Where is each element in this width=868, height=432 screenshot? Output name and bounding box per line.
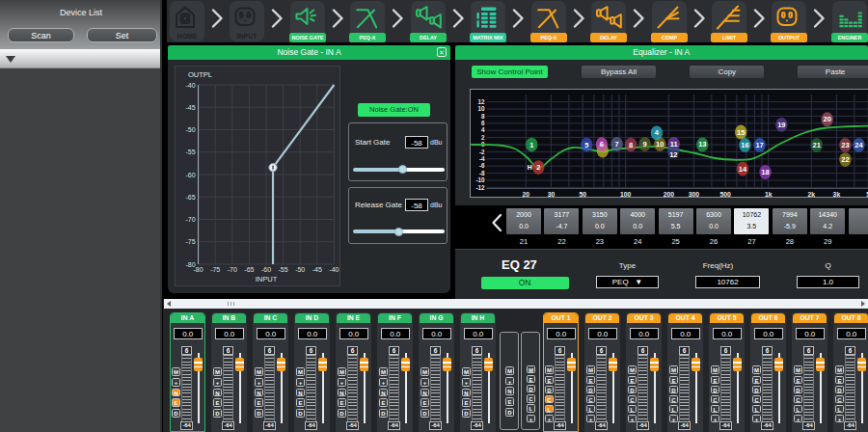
- svg-text:-60: -60: [185, 172, 195, 178]
- svg-text:-40: -40: [329, 266, 339, 273]
- svg-text:8: 8: [629, 141, 633, 149]
- svg-text:24: 24: [854, 141, 863, 149]
- svg-text:INPUT: INPUT: [256, 275, 278, 284]
- svg-text:-50: -50: [185, 126, 195, 133]
- svg-text:-60: -60: [261, 266, 271, 273]
- svg-text:-55: -55: [185, 148, 195, 155]
- svg-text:300: 300: [688, 191, 699, 198]
- svg-text:16: 16: [741, 141, 748, 149]
- svg-text:-6: -6: [479, 162, 485, 169]
- svg-text:4: 4: [481, 127, 485, 134]
- svg-text:500: 500: [719, 191, 731, 198]
- svg-text:20: 20: [823, 115, 830, 123]
- svg-text:-4: -4: [479, 155, 485, 162]
- svg-text:11: 11: [669, 140, 677, 148]
- svg-text:15: 15: [737, 128, 745, 137]
- svg-text:22: 22: [841, 155, 849, 164]
- svg-text:19: 19: [777, 121, 785, 129]
- svg-text:OUTPL: OUTPL: [188, 70, 212, 79]
- svg-text:-2: -2: [479, 148, 485, 155]
- svg-text:20: 20: [522, 191, 529, 198]
- svg-text:-8: -8: [479, 170, 485, 176]
- svg-text:17: 17: [755, 141, 763, 149]
- svg-text:2: 2: [536, 163, 540, 172]
- svg-text:-75: -75: [210, 266, 220, 273]
- svg-text:-12: -12: [475, 184, 485, 191]
- svg-text:5: 5: [584, 141, 588, 149]
- svg-text:H: H: [527, 164, 531, 171]
- svg-text:12: 12: [477, 98, 484, 105]
- svg-text:-70: -70: [185, 216, 195, 223]
- svg-text:8: 8: [481, 113, 485, 120]
- svg-text:13: 13: [698, 140, 706, 148]
- svg-text:-45: -45: [312, 266, 322, 273]
- svg-text:10: 10: [477, 105, 484, 112]
- svg-text:10: 10: [656, 140, 664, 148]
- svg-text:7: 7: [614, 140, 618, 148]
- svg-text:-55: -55: [279, 266, 288, 273]
- svg-text:14: 14: [739, 165, 747, 174]
- svg-text:3k: 3k: [832, 191, 840, 198]
- svg-text:-50: -50: [295, 266, 305, 273]
- svg-text:12: 12: [669, 150, 677, 159]
- svg-text:200: 200: [663, 191, 674, 198]
- svg-text:6: 6: [600, 140, 604, 148]
- svg-text:50: 50: [579, 191, 586, 198]
- svg-text:-70: -70: [228, 266, 237, 273]
- svg-text:-40: -40: [185, 82, 195, 89]
- svg-text:-80: -80: [194, 266, 203, 273]
- svg-text:2: 2: [481, 134, 485, 141]
- svg-text:2k: 2k: [807, 191, 815, 198]
- svg-text:1: 1: [529, 141, 533, 149]
- svg-text:23: 23: [841, 141, 849, 149]
- svg-text:-65: -65: [244, 266, 254, 273]
- svg-text:21: 21: [812, 141, 820, 149]
- svg-text:-65: -65: [185, 194, 195, 201]
- svg-text:9: 9: [642, 140, 646, 148]
- svg-text:18: 18: [761, 168, 769, 176]
- svg-text:-45: -45: [185, 104, 195, 111]
- svg-text:-10: -10: [475, 176, 485, 183]
- svg-text:6: 6: [481, 120, 485, 126]
- svg-text:100: 100: [620, 191, 632, 198]
- svg-text:-75: -75: [185, 238, 195, 245]
- svg-text:1k: 1k: [765, 191, 773, 198]
- svg-text:30: 30: [547, 191, 555, 198]
